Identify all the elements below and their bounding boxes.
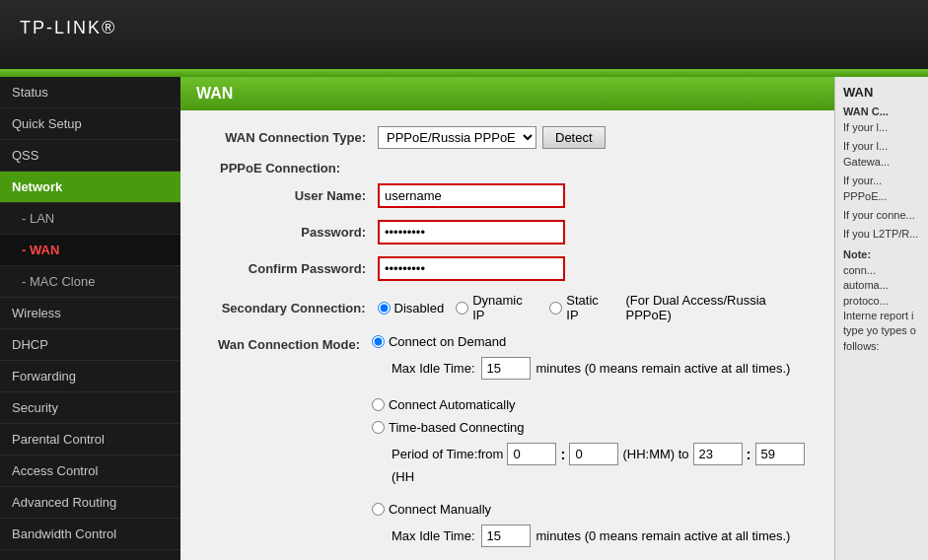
secondary-disabled-label: Disabled [394, 301, 445, 315]
logo-text: TP-LINK [20, 18, 102, 37]
logo-tm: ® [102, 18, 116, 37]
period-label: Period of Time:from [392, 447, 503, 461]
sidebar-item-wan[interactable]: WAN [0, 235, 180, 266]
mode-connect-manually-label: Connect Manually [389, 502, 491, 517]
right-panel-text4: If your conne... [843, 208, 920, 223]
period-suffix: (HH [392, 469, 414, 484]
username-row: User Name: [200, 183, 815, 208]
mode-connect-automatically-label: Connect Automatically [389, 397, 516, 412]
secondary-static-option[interactable]: Static IP [549, 293, 613, 322]
sidebar-item-dhcp[interactable]: DHCP [0, 329, 180, 361]
secondary-dynamic-label: Dynamic IP [472, 293, 537, 322]
main-content: WAN WAN Connection Type: PPPoE/Russia PP… [180, 77, 834, 560]
right-panel-text3: If your... PPPoE... [843, 174, 920, 204]
mode-time-based-radio[interactable] [372, 421, 385, 434]
sidebar-item-parental-control[interactable]: Parental Control [0, 424, 180, 455]
confirm-password-input[interactable] [378, 256, 565, 281]
wan-connection-type-label: WAN Connection Type: [200, 130, 378, 145]
secondary-disabled-radio[interactable] [378, 302, 391, 315]
sidebar-item-wireless[interactable]: Wireless [0, 298, 180, 329]
wan-mode-label: Wan Connection Mode: [200, 334, 372, 352]
max-idle-time-row-1: Max Idle Time: minutes (0 means remain a… [392, 357, 815, 380]
right-panel-subtitle1: WAN C... [843, 105, 920, 117]
password-row: Password: [200, 220, 815, 245]
password-input[interactable] [378, 220, 565, 245]
max-idle-input-2[interactable] [481, 525, 531, 547]
sidebar-item-quick-setup[interactable]: Quick Setup [0, 108, 180, 140]
mode-connect-automatically[interactable]: Connect Automatically [372, 397, 815, 412]
max-idle-label-2: Max Idle Time: [392, 528, 475, 543]
mode-connect-automatically-radio[interactable] [372, 398, 385, 411]
secondary-static-label: Static IP [566, 293, 613, 322]
mode-connect-on-demand[interactable]: Connect on Demand [372, 334, 815, 349]
right-panel-subtitle2: Note: [843, 248, 920, 260]
secondary-dynamic-radio[interactable] [456, 302, 468, 315]
sidebar-item-status[interactable]: Status [0, 77, 180, 108]
mode-connect-on-demand-radio[interactable] [372, 335, 385, 348]
username-label: User Name: [200, 188, 378, 203]
sidebar: StatusQuick SetupQSSNetworkLANWANMAC Clo… [0, 77, 180, 560]
content-body: WAN Connection Type: PPPoE/Russia PPPoED… [180, 110, 834, 560]
wan-mode-row: Wan Connection Mode: Connect on Demand M… [200, 334, 815, 557]
sidebar-item-security[interactable]: Security [0, 392, 180, 424]
confirm-password-row: Confirm Password: [200, 256, 815, 281]
wan-mode-options: Connect on Demand Max Idle Time: minutes… [372, 334, 815, 557]
mode-connect-manually-radio[interactable] [372, 503, 385, 516]
right-panel-text2: If your l... Gatewa... [843, 139, 920, 170]
username-input[interactable] [378, 183, 565, 208]
mode-time-based[interactable]: Time-based Connecting [372, 420, 815, 435]
right-panel-note: conn... automa... protoco... Interne rep… [843, 263, 920, 354]
mode-connect-manually[interactable]: Connect Manually [372, 502, 815, 517]
detect-button[interactable]: Detect [542, 126, 606, 149]
max-idle-note-1: minutes (0 means remain active at all ti… [536, 361, 791, 376]
content-wrapper: WAN WAN Connection Type: PPPoE/Russia PP… [180, 77, 928, 560]
period-to2-input[interactable] [755, 443, 805, 465]
secondary-connection-label: Secondary Connection: [200, 301, 378, 315]
period-to-input[interactable] [693, 443, 743, 465]
pppoe-section-label: PPPoE Connection: [200, 161, 815, 175]
mode-connect-on-demand-label: Connect on Demand [389, 334, 506, 349]
green-bar [0, 69, 928, 77]
period-colon-2: : [747, 446, 751, 462]
wan-connection-type-row: WAN Connection Type: PPPoE/Russia PPPoED… [200, 126, 815, 149]
confirm-password-label: Confirm Password: [200, 261, 378, 276]
max-idle-input-1[interactable] [481, 357, 531, 380]
mode-time-based-label: Time-based Connecting [389, 420, 525, 435]
main-layout: StatusQuick SetupQSSNetworkLANWANMAC Clo… [0, 77, 928, 560]
right-panel-text5: If you L2TP/R... [843, 227, 920, 242]
sidebar-item-mac-clone[interactable]: MAC Clone [0, 266, 180, 298]
period-row: Period of Time:from : (HH:MM) to : (HH [392, 443, 815, 484]
period-colon-1: : [560, 446, 565, 462]
sidebar-item-bandwidth-control[interactable]: Bandwidth Control [0, 519, 180, 550]
secondary-note: (For Dual Access/Russia PPPoE) [626, 293, 816, 322]
sidebar-item-advanced-routing[interactable]: Advanced Routing [0, 487, 180, 519]
secondary-static-radio[interactable] [549, 302, 562, 315]
right-panel-text1: If your l... [843, 120, 920, 135]
period-from2-input[interactable] [569, 443, 618, 465]
period-from-input[interactable] [507, 443, 556, 465]
sidebar-item-access-control[interactable]: Access Control [0, 455, 180, 487]
secondary-dynamic-option[interactable]: Dynamic IP [456, 293, 537, 322]
sidebar-item-ip-mac-binding[interactable]: IP & MAC Binding [0, 550, 180, 560]
right-panel-title: WAN [843, 85, 920, 100]
secondary-connection-row: Secondary Connection: Disabled Dynamic I… [200, 293, 815, 322]
wan-connection-type-select[interactable]: PPPoE/Russia PPPoEDynamic IPStatic IPL2T… [378, 126, 536, 149]
secondary-connection-options: Disabled Dynamic IP Static IP (For Dual … [378, 293, 815, 322]
secondary-disabled-option[interactable]: Disabled [378, 301, 445, 315]
period-hhmm: (HH:MM) to [622, 447, 688, 461]
header: TP-LINK® [0, 0, 928, 69]
right-panel: WAN WAN C... If your l... If your l... G… [834, 77, 928, 560]
max-idle-time-row-2: Max Idle Time: minutes (0 means remain a… [392, 525, 815, 547]
sidebar-item-qss[interactable]: QSS [0, 140, 180, 172]
sidebar-item-lan[interactable]: LAN [0, 203, 180, 235]
sidebar-item-forwarding[interactable]: Forwarding [0, 361, 180, 392]
password-label: Password: [200, 225, 378, 240]
max-idle-label-1: Max Idle Time: [392, 361, 475, 376]
max-idle-note-2: minutes (0 means remain active at all ti… [536, 528, 791, 543]
page-title: WAN [180, 77, 834, 110]
logo: TP-LINK® [20, 14, 116, 55]
sidebar-item-network[interactable]: Network [0, 172, 180, 203]
